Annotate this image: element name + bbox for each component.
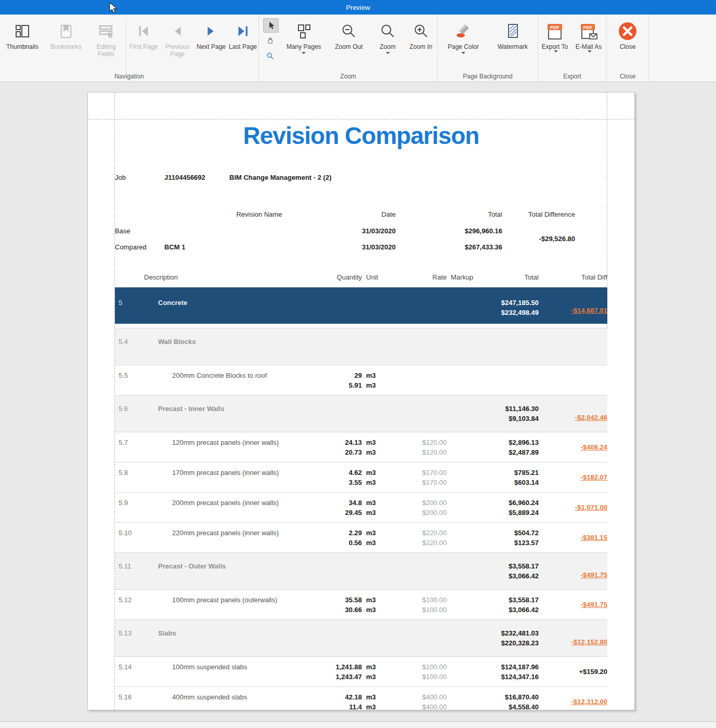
table-row-5.12: 5.12100mm precast panels (outerwalls)35.… — [115, 590, 607, 620]
select-pointer-tool[interactable] — [263, 18, 279, 33]
page-color-button[interactable]: Page Color — [438, 18, 489, 54]
first-page-button[interactable]: First Page — [127, 18, 160, 50]
hand-tool[interactable] — [263, 34, 278, 48]
base-label: Base — [115, 227, 164, 235]
cell-quantity: 1,241.881,243.47 — [313, 657, 362, 686]
cell-total: $16,870.40$4,558.40 — [478, 687, 539, 710]
email-as-button[interactable]: PDF E-Mail As — [571, 18, 606, 53]
cell-description: 220mm precast panels (inner walls) — [144, 523, 313, 552]
cell-markup — [447, 365, 478, 395]
cell-rate — [387, 365, 447, 395]
preview-panel[interactable]: Revision Comparison Job J1104456692 BIM … — [0, 82, 716, 722]
email-as-caret-icon — [588, 50, 592, 52]
zoom-caret-icon — [386, 52, 390, 54]
job-label: Job — [115, 174, 164, 181]
cell-description: 100mm precast panels (outerwalls) — [144, 590, 313, 619]
cell-description: 400mm suspended slabs — [144, 687, 313, 710]
export-to-button[interactable]: PDF Export To — [538, 18, 571, 53]
cell-quantity: 24.1320.73 — [313, 432, 362, 462]
cell-unit: m3m3 — [362, 365, 387, 395]
cell-code: 5.13 — [115, 620, 144, 656]
comparison-table: Description Quantity Unit Rate Markup To… — [115, 268, 607, 710]
cell-rate: $100.00$100.00 — [387, 657, 447, 686]
bookmarks-button[interactable]: Bookmarks — [45, 18, 87, 50]
cell-total-diff: -$408.24 — [539, 432, 607, 462]
cell-unit — [362, 553, 387, 589]
next-page-button[interactable]: Next Page — [195, 18, 227, 50]
thumbnails-icon — [14, 19, 31, 43]
navigation-group-label: Navigation — [0, 73, 258, 80]
previous-page-icon — [170, 19, 185, 43]
cell-quantity: 295.91 — [313, 365, 362, 395]
cell-total: $11,146.30$9,103.84 — [478, 395, 539, 432]
cell-total: $3,558.17$3,066.42 — [478, 590, 539, 619]
close-button[interactable]: Close — [611, 18, 644, 50]
table-row-5: 5Concrete$247,185.50$232,498.49-$14,687.… — [115, 287, 607, 324]
cell-total: $2,896.13$2,487.89 — [478, 432, 539, 462]
close-icon — [618, 19, 637, 43]
cell-rate: $100.00$100.00 — [387, 590, 447, 619]
zoom-in-button[interactable]: Zoom In — [405, 18, 437, 50]
header-markup: Markup — [447, 273, 478, 281]
next-page-icon — [203, 19, 219, 43]
cell-code: 5.9 — [115, 493, 144, 522]
cell-markup — [447, 687, 478, 710]
status-strip — [0, 721, 716, 728]
cell-total: $3,558.17$3,066.42 — [478, 553, 539, 589]
cell-quantity — [313, 553, 362, 589]
many-pages-icon — [295, 19, 312, 43]
cell-rate — [387, 620, 447, 656]
cell-quantity: 42.1811.4 — [313, 687, 362, 710]
many-pages-button[interactable]: Many Pages — [281, 18, 327, 54]
close-group-label: Close — [607, 73, 648, 80]
cell-markup — [447, 620, 478, 656]
thumbnails-button[interactable]: Thumbnails — [0, 18, 45, 50]
summary-header-date: Date — [354, 210, 396, 218]
cell-unit: m3m3 — [362, 462, 387, 492]
page-background-group-label: Page Background — [438, 73, 538, 80]
cell-unit — [362, 287, 387, 324]
ribbon-group-navigation: Thumbnails Bookmarks Editing Fields — [0, 15, 259, 82]
watermark-button[interactable]: Watermark — [489, 18, 537, 50]
job-row: Job J1104456692 BIM Change Management - … — [115, 174, 607, 181]
cell-code: 5.11 — [115, 553, 144, 589]
summary-header-total: Total — [396, 210, 502, 218]
cell-total-diff: +$159.20 — [539, 657, 607, 686]
cell-total: $504.72$123.57 — [478, 523, 539, 552]
export-to-caret-icon — [554, 50, 558, 52]
cell-total: $6,960.24$5,889.24 — [478, 493, 539, 522]
cell-quantity — [313, 395, 362, 432]
cell-code: 5.4 — [115, 328, 144, 365]
zoom-group-label: Zoom — [259, 73, 437, 80]
magnifier-tool[interactable] — [263, 49, 278, 63]
cell-total-diff: -$12,312.00 — [539, 687, 607, 710]
cell-markup — [447, 462, 478, 492]
cell-total-diff — [539, 328, 607, 365]
first-page-icon — [136, 19, 151, 43]
cell-unit: m3m3 — [362, 493, 387, 522]
editing-fields-button[interactable]: Editing Fields — [87, 18, 125, 58]
cell-rate — [387, 553, 447, 589]
cell-code: 5.16 — [115, 687, 144, 710]
cell-rate: $220.00$220.00 — [387, 523, 447, 552]
cell-total-diff: -$491.75 — [539, 590, 607, 619]
cell-code: 5.7 — [115, 432, 144, 462]
summary-total-difference: -$29,526.80 — [502, 235, 575, 243]
cell-markup — [447, 553, 478, 589]
cell-description: 170mm precast panels (inner walls) — [144, 462, 313, 492]
cell-total — [478, 328, 539, 365]
compared-total: $267,433.36 — [396, 243, 502, 251]
previous-page-button[interactable]: Previous Page — [160, 18, 195, 58]
cell-total-diff: -$381.15 — [539, 523, 607, 552]
zoom-in-icon — [413, 19, 429, 43]
cell-total-diff: -$1,071.00 — [539, 493, 607, 522]
comparison-table-body: 5Concrete$247,185.50$232,498.49-$14,687.… — [115, 287, 607, 710]
last-page-button[interactable]: Last Page — [227, 18, 258, 50]
cell-unit — [362, 328, 387, 365]
page-color-caret-icon — [461, 52, 465, 54]
zoom-button[interactable]: Zoom — [371, 18, 405, 54]
table-row-5.8: 5.8170mm precast panels (inner walls)4.6… — [115, 462, 607, 493]
zoom-out-button[interactable]: Zoom Out — [327, 18, 371, 50]
report-page: Revision Comparison Job J1104456692 BIM … — [87, 92, 635, 710]
last-page-icon — [235, 19, 251, 43]
